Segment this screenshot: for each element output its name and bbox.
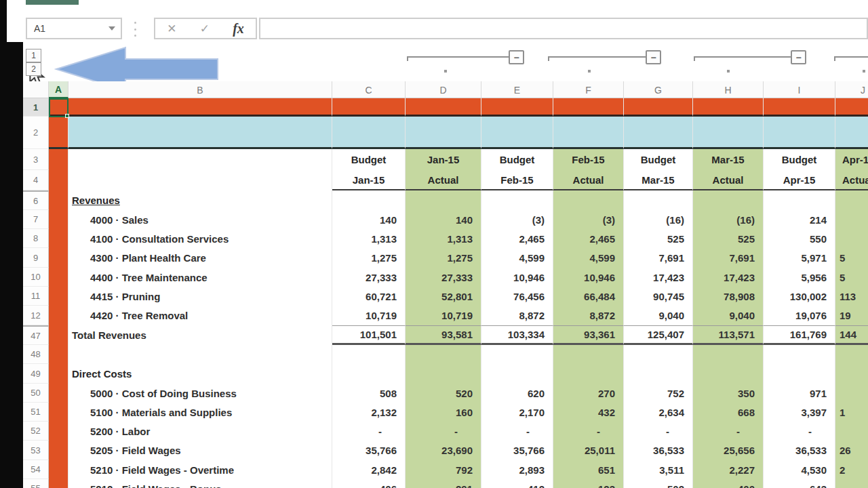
select-all-corner[interactable] [23, 81, 49, 98]
cell-F51[interactable]: 432 [553, 403, 624, 422]
cell-J3[interactable]: Apr-15 [835, 149, 868, 170]
cell-H55[interactable]: 400 [693, 479, 764, 488]
cell-A54[interactable] [49, 460, 68, 479]
cell-C54[interactable]: 2,842 [332, 460, 406, 479]
cell-E55[interactable]: 412 [481, 479, 553, 488]
cell-E4[interactable]: Feb-15 [481, 170, 553, 190]
column-header-F[interactable]: F [553, 81, 624, 98]
cell-F4[interactable]: Actual [553, 170, 624, 190]
cell-I53[interactable]: 36,533 [764, 441, 835, 460]
cell-D51[interactable]: 160 [406, 403, 481, 422]
cell-H8[interactable]: 525 [693, 229, 764, 248]
cell-C9[interactable]: 1,275 [332, 248, 406, 268]
cell-B1[interactable] [68, 98, 332, 117]
cell-F6[interactable] [553, 190, 624, 210]
cell-I2[interactable] [764, 117, 835, 149]
cell-C55[interactable]: 406 [332, 479, 406, 488]
cell-C51[interactable]: 2,132 [332, 403, 406, 422]
row-header-51[interactable]: 51 [23, 403, 49, 422]
cell-D55[interactable]: 291 [406, 479, 481, 488]
cell-D3[interactable]: Jan-15 [406, 149, 481, 170]
cell-B10[interactable]: 4400 · Tree Maintenance [68, 268, 332, 287]
cell-D11[interactable]: 52,801 [406, 287, 481, 306]
cell-A11[interactable] [49, 287, 68, 306]
cell-C7[interactable]: 140 [332, 210, 406, 229]
cell-B3[interactable] [68, 149, 332, 170]
cell-J55[interactable] [835, 479, 868, 488]
cell-D54[interactable]: 792 [406, 460, 481, 479]
cell-G53[interactable]: 36,533 [624, 441, 693, 460]
cell-D52[interactable]: - [406, 422, 481, 441]
cell-I8[interactable]: 550 [764, 229, 835, 248]
cell-G48[interactable] [624, 345, 693, 364]
cell-I1[interactable] [764, 98, 835, 117]
name-box-dropdown-icon[interactable] [108, 26, 115, 30]
cell-I4[interactable]: Apr-15 [764, 170, 835, 190]
cell-J47[interactable]: 144 [835, 325, 868, 345]
active-cell-a1[interactable] [49, 98, 68, 117]
cell-H52[interactable]: - [693, 422, 764, 441]
cell-J49[interactable] [835, 364, 868, 384]
cell-E2[interactable] [481, 117, 553, 149]
cell-H2[interactable] [693, 117, 764, 149]
outline-level-button-1[interactable]: 1 [26, 49, 41, 62]
column-header-C[interactable]: C [332, 81, 406, 98]
cell-C4[interactable]: Jan-15 [332, 170, 406, 190]
cell-A7[interactable] [49, 210, 68, 229]
cell-D53[interactable]: 23,690 [406, 441, 481, 460]
cell-J1[interactable] [835, 98, 868, 117]
cell-H50[interactable]: 350 [693, 384, 764, 403]
row-header-1[interactable]: 1 [23, 98, 49, 117]
cell-I54[interactable]: 4,530 [764, 460, 835, 479]
cell-C53[interactable]: 35,766 [332, 441, 406, 460]
row-header-12[interactable]: 12 [23, 306, 49, 325]
cell-C6[interactable] [332, 190, 406, 210]
cell-E54[interactable]: 2,893 [481, 460, 553, 479]
cell-G2[interactable] [624, 117, 693, 149]
cell-G47[interactable]: 125,407 [624, 325, 693, 345]
cell-H3[interactable]: Mar-15 [693, 149, 764, 170]
column-header-I[interactable]: I [764, 81, 835, 98]
cell-E7[interactable]: (3) [481, 210, 553, 229]
cell-E47[interactable]: 103,334 [481, 325, 553, 345]
cell-A50[interactable] [49, 384, 68, 403]
cell-I7[interactable]: 214 [764, 210, 835, 229]
cell-F7[interactable]: (3) [553, 210, 624, 229]
cell-A48[interactable] [49, 345, 68, 364]
cell-B2[interactable] [68, 117, 332, 149]
cell-E51[interactable]: 2,170 [481, 403, 553, 422]
cell-G4[interactable]: Mar-15 [624, 170, 693, 190]
cell-G8[interactable]: 525 [624, 229, 693, 248]
enter-icon[interactable]: ✓ [200, 22, 210, 36]
cell-G1[interactable] [624, 98, 693, 117]
cell-B7[interactable]: 4000 · Sales [68, 210, 332, 229]
cell-J9[interactable]: 5 [835, 248, 868, 268]
cell-F47[interactable]: 93,361 [553, 325, 624, 345]
cell-A8[interactable] [49, 229, 68, 248]
cell-G50[interactable]: 752 [624, 384, 693, 403]
cell-I52[interactable]: - [764, 422, 835, 441]
cell-J50[interactable] [835, 384, 868, 403]
cell-D2[interactable] [406, 117, 481, 149]
cell-B12[interactable]: 4420 · Tree Removal [68, 306, 332, 325]
cell-D4[interactable]: Actual [406, 170, 481, 190]
cell-B53[interactable]: 5205 · Field Wages [68, 441, 332, 460]
row-header-8[interactable]: 8 [23, 229, 49, 248]
collapse-group-button[interactable]: − [791, 50, 806, 64]
cell-E49[interactable] [481, 364, 553, 384]
cell-F2[interactable] [553, 117, 624, 149]
row-header-3[interactable]: 3 [23, 149, 49, 170]
row-header-7[interactable]: 7 [23, 210, 49, 229]
column-header-D[interactable]: D [406, 81, 481, 98]
cell-D6[interactable] [406, 190, 481, 210]
column-header-A[interactable]: A [49, 81, 68, 98]
cell-B48[interactable] [68, 345, 332, 364]
cell-F53[interactable]: 25,011 [553, 441, 624, 460]
cell-B49[interactable]: Direct Costs [68, 364, 332, 384]
cell-G55[interactable]: 502 [624, 479, 693, 488]
cell-E6[interactable] [481, 190, 553, 210]
cell-I10[interactable]: 5,956 [764, 268, 835, 287]
cell-E11[interactable]: 76,456 [481, 287, 553, 306]
fill-handle[interactable] [65, 114, 69, 118]
cell-J8[interactable] [835, 229, 868, 248]
